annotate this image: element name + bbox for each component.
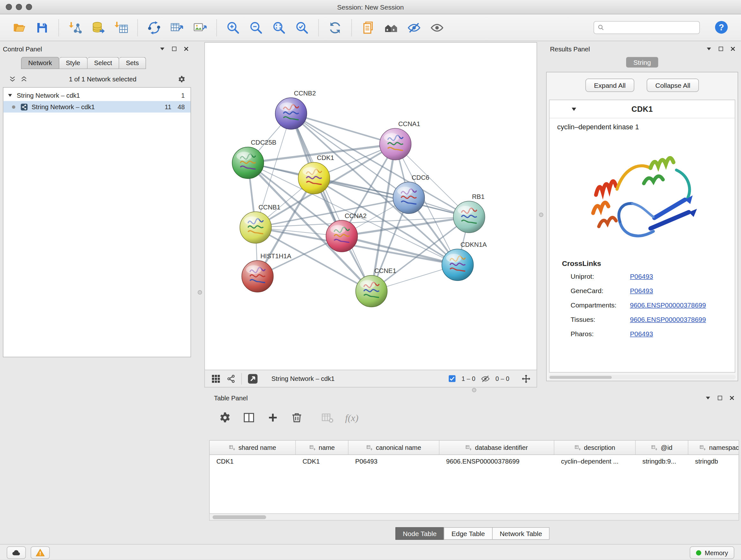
tab-sets[interactable]: Sets [119, 57, 146, 69]
collapse-panel-icon[interactable] [704, 395, 711, 401]
entry-expand-icon[interactable] [570, 106, 577, 113]
column-header-database-identifier[interactable]: database identifier [440, 441, 554, 455]
network-canvas[interactable]: CCNB2CCNA1CDC25BCDK1CDC6RB1CCNB1CCNA2CDK… [205, 42, 537, 370]
network-edge[interactable] [256, 198, 409, 228]
network-node-cdc6[interactable] [393, 182, 425, 213]
column-sort-icon[interactable] [699, 444, 706, 451]
crosslink-link[interactable]: P06493 [630, 284, 653, 298]
tab-node-table[interactable]: Node Table [395, 527, 444, 540]
annotations-button[interactable] [360, 19, 377, 37]
warnings-button[interactable] [30, 547, 50, 559]
zoom-selected-button[interactable] [293, 19, 311, 37]
expand-all-button[interactable]: Expand All [585, 78, 634, 92]
column-sort-icon[interactable] [366, 444, 373, 451]
crosslink-link[interactable]: 9606.ENSP00000378699 [630, 298, 706, 312]
close-panel-icon[interactable] [183, 46, 190, 52]
expand-all-icon[interactable] [20, 75, 28, 83]
hidden-eye-icon[interactable] [481, 374, 490, 383]
table-options-gear-icon[interactable] [219, 412, 231, 424]
tab-network[interactable]: Network [21, 57, 59, 69]
cloud-status-button[interactable] [7, 547, 26, 559]
crosslink-link[interactable]: 9606.ENSP00000378699 [630, 312, 706, 327]
tab-string[interactable]: String [626, 57, 658, 68]
collapse-all-icon[interactable] [9, 75, 16, 83]
zoom-out-button[interactable] [248, 19, 265, 37]
table-row[interactable]: CDK1CDK1P064939606.ENSP00000378699cyclin… [210, 455, 739, 468]
float-panel-icon[interactable] [718, 46, 724, 52]
show-eye-button[interactable] [428, 19, 446, 37]
export-table-button[interactable] [169, 19, 186, 37]
tab-network-table[interactable]: Network Table [492, 527, 550, 540]
search-field[interactable] [594, 21, 700, 34]
table-hscrollbar[interactable] [209, 514, 739, 521]
crosslink-link[interactable]: P06493 [630, 269, 653, 284]
bottom-splitter-handle[interactable] [472, 388, 476, 392]
memory-button[interactable]: Memory [690, 547, 734, 559]
zoom-in-button[interactable] [225, 19, 242, 37]
network-node-ccna2[interactable] [326, 220, 358, 252]
column-header-id[interactable]: @id [636, 441, 688, 455]
close-window-button[interactable] [6, 4, 12, 10]
refresh-view-button[interactable] [327, 19, 344, 37]
column-header-canonical-name[interactable]: canonical name [348, 441, 440, 455]
tab-select[interactable]: Select [87, 57, 119, 69]
column-sort-icon[interactable] [309, 444, 316, 451]
hide-eye-button[interactable] [406, 19, 423, 37]
network-node-cdkn1a[interactable] [442, 249, 474, 281]
network-edge[interactable] [291, 114, 372, 292]
export-image-button[interactable] [192, 19, 209, 37]
collapse-panel-icon[interactable] [705, 46, 712, 52]
network-edge[interactable] [291, 114, 395, 144]
expand-triangle-icon[interactable] [7, 92, 13, 98]
search-input[interactable] [607, 22, 696, 34]
network-node-cdc25b[interactable] [232, 147, 264, 179]
add-column-icon[interactable] [267, 412, 279, 424]
import-network-file-button[interactable] [67, 19, 84, 37]
right-splitter-handle[interactable] [539, 212, 543, 217]
collapse-all-button[interactable]: Collapse All [647, 78, 699, 92]
maximize-window-button[interactable] [26, 4, 32, 10]
network-node-ccna1[interactable] [380, 128, 411, 160]
import-table-button[interactable] [113, 19, 130, 37]
protein-entry-header[interactable]: CDK1 [549, 100, 735, 118]
results-scrollbar-thumb[interactable] [549, 376, 612, 379]
network-node-ccnb1[interactable] [240, 212, 272, 243]
float-panel-icon[interactable] [717, 395, 724, 401]
tab-style[interactable]: Style [59, 57, 87, 69]
open-session-button[interactable] [10, 19, 28, 37]
new-network-button[interactable] [145, 19, 163, 37]
delete-column-icon[interactable] [291, 412, 303, 424]
column-sort-icon[interactable] [229, 444, 235, 451]
column-header-shared-name[interactable]: shared name [210, 441, 296, 455]
network-node-ccne1[interactable] [356, 275, 387, 307]
collapse-panel-icon[interactable] [159, 46, 165, 52]
import-network-database-button[interactable] [90, 19, 107, 37]
crosslink-link[interactable]: P06493 [630, 327, 653, 341]
network-row-selected[interactable]: String Network – cdk1 11 48 [3, 101, 191, 113]
table-hscrollbar-thumb[interactable] [212, 515, 266, 519]
column-header-namespac[interactable]: namespac [688, 441, 739, 455]
network-node-hist1h1a[interactable] [242, 260, 273, 292]
tab-edge-table[interactable]: Edge Table [444, 527, 493, 540]
network-collection-row[interactable]: String Network – cdk1 1 [3, 90, 191, 101]
network-graph[interactable]: CCNB2CCNA1CDC25BCDK1CDC6RB1CCNB1CCNA2CDK… [205, 43, 537, 370]
network-node-rb1[interactable] [454, 201, 485, 233]
column-sort-icon[interactable] [575, 444, 581, 451]
function-builder-button[interactable]: f(x) [345, 412, 359, 423]
network-node-ccnb2[interactable] [275, 98, 307, 129]
close-panel-icon[interactable] [730, 46, 736, 52]
column-sort-icon[interactable] [651, 444, 658, 451]
export-view-icon[interactable] [247, 373, 259, 384]
birdseye-button[interactable] [383, 19, 400, 37]
column-sort-icon[interactable] [465, 444, 472, 451]
selected-checkbox-icon[interactable] [448, 374, 456, 383]
network-options-gear-icon[interactable] [178, 75, 186, 83]
grid-view-icon[interactable] [211, 373, 221, 384]
help-button[interactable]: ? [714, 20, 729, 35]
network-overview-icon[interactable] [226, 374, 236, 383]
close-panel-icon[interactable] [729, 395, 735, 401]
network-node-cdk1[interactable] [298, 163, 330, 194]
column-header-description[interactable]: description [554, 441, 636, 455]
column-header-name[interactable]: name [296, 441, 348, 455]
zoom-fit-button[interactable] [271, 19, 288, 37]
